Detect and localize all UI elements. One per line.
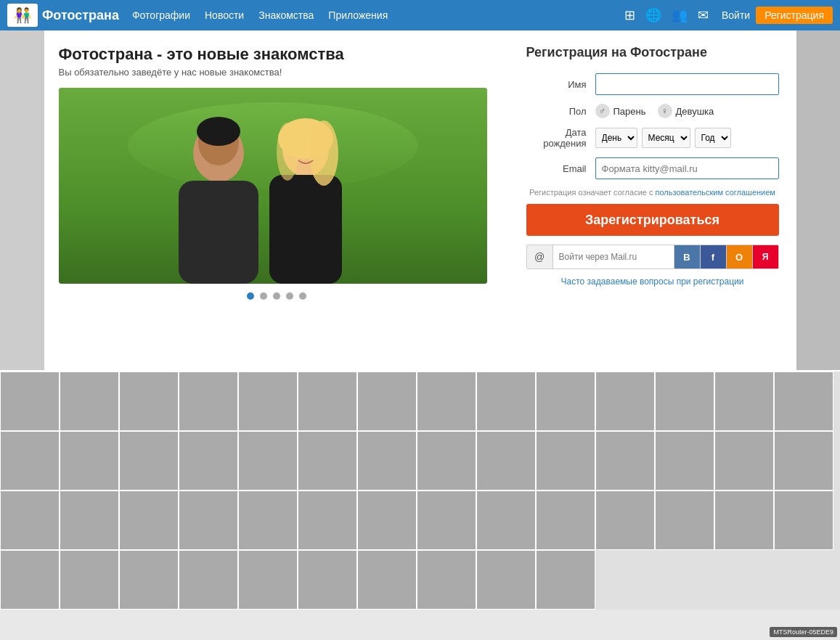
yandex-login-button[interactable]: Я — [752, 245, 778, 268]
photo-cell[interactable] — [179, 431, 238, 491]
photo-cell[interactable] — [357, 491, 417, 550]
photo-cell[interactable] — [774, 431, 833, 491]
photo-cell[interactable] — [119, 431, 179, 491]
photo-cell[interactable] — [714, 372, 774, 431]
gender-female-option[interactable]: ♀ Девушка — [658, 104, 714, 118]
photo-cell[interactable] — [0, 550, 60, 610]
photo-cell[interactable] — [119, 491, 179, 550]
facebook-login-button[interactable]: f — [700, 245, 726, 268]
svg-point-10 — [277, 123, 298, 181]
globe-icon[interactable]: 🌐 — [645, 7, 661, 23]
photo-cell[interactable] — [60, 372, 119, 431]
mail-at-icon[interactable]: @ — [527, 245, 553, 268]
photo-cell[interactable] — [417, 431, 476, 491]
photo-cell[interactable] — [774, 491, 833, 550]
grid-icon[interactable]: ⊞ — [624, 7, 635, 23]
photo-cell[interactable] — [357, 431, 417, 491]
photo-cell[interactable] — [714, 431, 774, 491]
photo-cell[interactable] — [417, 491, 476, 550]
photo-cell[interactable] — [714, 491, 774, 550]
male-icon: ♂ — [595, 104, 610, 118]
side-photo — [0, 30, 44, 87]
email-input[interactable] — [595, 157, 779, 179]
photo-cell[interactable] — [655, 491, 714, 550]
photo-cell[interactable] — [179, 372, 238, 431]
name-field — [595, 73, 779, 95]
photo-cell[interactable] — [476, 550, 536, 610]
photo-cell[interactable] — [238, 431, 298, 491]
photo-cell[interactable] — [119, 550, 179, 610]
agreement-link[interactable]: пользовательским соглашением — [656, 188, 775, 197]
photo-cell[interactable] — [595, 431, 655, 491]
photo-cell[interactable] — [60, 491, 119, 550]
dob-year-select[interactable]: Год — [695, 128, 731, 148]
photo-cell[interactable] — [595, 491, 655, 550]
dob-field: День Месяц Год — [595, 128, 779, 148]
photo-cell[interactable] — [655, 372, 714, 431]
email-label: Email — [526, 163, 595, 174]
photo-cell[interactable] — [179, 491, 238, 550]
photo-cell[interactable] — [60, 550, 119, 610]
dob-month-select[interactable]: Месяц — [642, 128, 690, 148]
faq-link[interactable]: Часто задаваемые вопросы при регистрации — [526, 276, 779, 287]
photo-cell[interactable] — [417, 550, 476, 610]
nav-news[interactable]: Новости — [205, 9, 244, 21]
dot-5[interactable] — [299, 292, 306, 300]
photo-cell[interactable] — [238, 550, 298, 610]
name-input[interactable] — [595, 73, 779, 95]
photo-cell[interactable] — [298, 491, 357, 550]
photo-cell[interactable] — [0, 491, 60, 550]
photo-cell[interactable] — [238, 372, 298, 431]
photo-cell[interactable] — [298, 431, 357, 491]
vk-login-button[interactable]: В — [674, 245, 700, 268]
photo-cell[interactable] — [476, 491, 536, 550]
register-header-button[interactable]: Регистрация — [756, 7, 833, 24]
photo-cell[interactable] — [476, 372, 536, 431]
svg-rect-3 — [179, 181, 258, 284]
photo-cell[interactable] — [298, 372, 357, 431]
photo-cell[interactable] — [536, 431, 595, 491]
side-photo — [796, 257, 841, 313]
dot-1[interactable] — [247, 292, 254, 300]
nav-dating[interactable]: Знакомства — [258, 9, 314, 21]
page-subtitle: Вы обязательно заведёте у нас новые знак… — [59, 67, 494, 78]
photo-cell[interactable] — [655, 431, 714, 491]
photo-cell[interactable] — [476, 431, 536, 491]
dot-3[interactable] — [273, 292, 280, 300]
photo-cell[interactable] — [298, 550, 357, 610]
header: 👫 Фотострана Фотографии Новости Знакомст… — [0, 0, 840, 30]
photo-cell[interactable] — [595, 372, 655, 431]
dot-4[interactable] — [286, 292, 293, 300]
photo-cell[interactable] — [179, 550, 238, 610]
side-photo — [796, 30, 841, 87]
social-login-input[interactable] — [553, 245, 674, 268]
side-photo — [796, 200, 841, 257]
photo-cell[interactable] — [774, 372, 833, 431]
photo-cell[interactable] — [536, 491, 595, 550]
registration-heading: Регистрация на Фотостране — [526, 45, 779, 60]
nav-photos[interactable]: Фотографии — [132, 9, 190, 21]
register-submit-button[interactable]: Зарегистрироваться — [526, 204, 779, 236]
odnoklassniki-login-button[interactable]: О — [726, 245, 752, 268]
dot-2[interactable] — [260, 292, 267, 300]
mail-icon[interactable]: ✉ — [698, 7, 709, 23]
people-icon[interactable]: 👥 — [672, 7, 688, 23]
dob-day-select[interactable]: День — [595, 128, 637, 148]
logo-text: Фотострана — [42, 8, 119, 23]
photo-cell[interactable] — [357, 550, 417, 610]
dob-label: Дата рождения — [526, 127, 595, 149]
photo-cell[interactable] — [417, 372, 476, 431]
gender-field: ♂ Парень ♀ Девушка — [595, 104, 779, 118]
logo[interactable]: 👫 Фотострана — [7, 4, 119, 27]
login-button[interactable]: Войти — [722, 9, 750, 21]
photo-cell[interactable] — [0, 431, 60, 491]
photo-cell[interactable] — [238, 491, 298, 550]
nav-apps[interactable]: Приложения — [328, 9, 388, 21]
gender-male-option[interactable]: ♂ Парень — [595, 104, 646, 118]
photo-cell[interactable] — [536, 550, 595, 610]
photo-cell[interactable] — [119, 372, 179, 431]
photo-cell[interactable] — [0, 372, 60, 431]
photo-cell[interactable] — [536, 372, 595, 431]
photo-cell[interactable] — [357, 372, 417, 431]
photo-cell[interactable] — [60, 431, 119, 491]
